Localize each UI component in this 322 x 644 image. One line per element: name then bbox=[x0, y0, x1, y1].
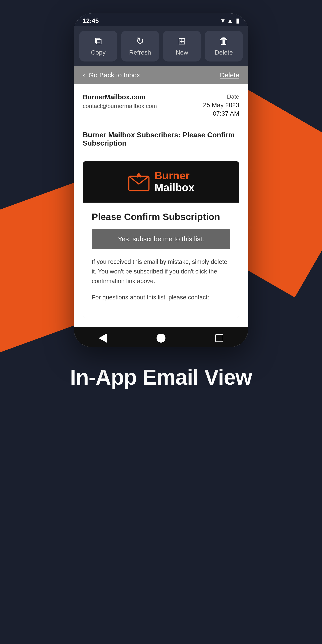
page-title: In-App Email View bbox=[9, 365, 313, 390]
copy-icon: ⧉ bbox=[95, 36, 102, 46]
go-back-label: Go Back to Inbox bbox=[88, 71, 140, 79]
email-body-card: Burner Mailbox Please Confirm Subscripti… bbox=[83, 161, 239, 318]
email-date-section: Date 25 May 2023 07:37 AM bbox=[203, 93, 239, 117]
sender-name: BurnerMailbox.com bbox=[83, 93, 157, 101]
brand-name: Burner Mailbox bbox=[154, 170, 194, 194]
copy-label: Copy bbox=[91, 49, 106, 56]
date-label: Date bbox=[203, 93, 239, 100]
refresh-button[interactable]: ↻ Refresh bbox=[121, 31, 159, 62]
email-header: BurnerMailbox.com contact@burnermailbox.… bbox=[83, 93, 239, 124]
nav-bar: ‹ Go Back to Inbox Delete bbox=[74, 66, 248, 84]
subscribe-button[interactable]: Yes, subscribe me to this list. bbox=[92, 229, 230, 249]
email-subject: Burner Mailbox Subscribers: Please Confi… bbox=[83, 124, 239, 154]
status-time: 12:45 bbox=[83, 17, 99, 24]
battery-icon: ▮ bbox=[236, 17, 239, 24]
brand-logo-icon bbox=[128, 172, 150, 192]
wifi-icon: ▾ bbox=[221, 17, 224, 24]
phone-frame: 12:45 ▾ ▲ ▮ ⧉ Copy ↻ Refresh ⊞ New 🗑 bbox=[74, 14, 248, 347]
copy-button[interactable]: ⧉ Copy bbox=[79, 31, 118, 62]
body-text-2: For questions about this list, please co… bbox=[92, 293, 230, 302]
confirm-heading: Please Confirm Subscription bbox=[92, 212, 230, 222]
back-chevron-icon: ‹ bbox=[83, 71, 85, 79]
new-label: New bbox=[176, 49, 188, 56]
page-wrapper: 12:45 ▾ ▲ ▮ ⧉ Copy ↻ Refresh ⊞ New 🗑 bbox=[0, 0, 322, 403]
delete-label: Delete bbox=[215, 49, 233, 56]
brand-name-burner: Burner bbox=[154, 170, 194, 182]
body-text-1: If you received this email by mistake, s… bbox=[92, 257, 230, 286]
phone-nav-bottom bbox=[74, 327, 248, 347]
refresh-icon: ↻ bbox=[136, 36, 144, 46]
email-content: BurnerMailbox.com contact@burnermailbox.… bbox=[74, 84, 248, 327]
sender-address: contact@burnermailbox.com bbox=[83, 103, 157, 110]
email-brand-header: Burner Mailbox bbox=[83, 161, 239, 202]
nav-recents-icon[interactable] bbox=[215, 334, 224, 342]
delete-icon: 🗑 bbox=[219, 36, 229, 46]
refresh-label: Refresh bbox=[129, 49, 151, 56]
nav-delete-button[interactable]: Delete bbox=[220, 71, 239, 79]
go-back-button[interactable]: ‹ Go Back to Inbox bbox=[83, 71, 140, 79]
status-icons: ▾ ▲ ▮ bbox=[221, 17, 239, 24]
email-from: BurnerMailbox.com contact@burnermailbox.… bbox=[83, 93, 157, 110]
nav-home-icon[interactable] bbox=[156, 334, 166, 342]
date-value: 25 May 2023 bbox=[203, 102, 239, 109]
page-title-section: In-App Email View bbox=[0, 347, 322, 403]
toolbar: ⧉ Copy ↻ Refresh ⊞ New 🗑 Delete bbox=[74, 26, 248, 66]
signal-icon: ▲ bbox=[227, 17, 233, 24]
status-bar: 12:45 ▾ ▲ ▮ bbox=[74, 14, 248, 26]
new-icon: ⊞ bbox=[178, 36, 186, 46]
time-value: 07:37 AM bbox=[203, 110, 239, 117]
brand-name-mailbox: Mailbox bbox=[154, 182, 194, 194]
email-body-content: Please Confirm Subscription Yes, subscri… bbox=[83, 202, 239, 318]
delete-button[interactable]: 🗑 Delete bbox=[204, 31, 243, 62]
nav-back-icon[interactable] bbox=[98, 334, 107, 342]
new-button[interactable]: ⊞ New bbox=[163, 31, 201, 62]
